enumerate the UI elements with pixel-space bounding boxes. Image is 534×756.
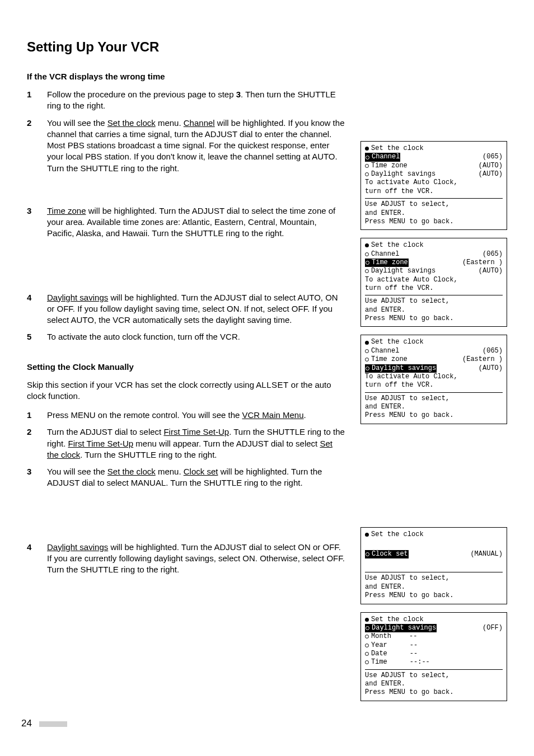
text: Skip this section if your VCR has set th… bbox=[27, 380, 261, 389]
osd-text: turn off the VCR. bbox=[365, 187, 503, 196]
osd-item-value: -- bbox=[409, 632, 417, 641]
osd-screen-manual-fields: Set the clock Daylight savings(OFF) Mont… bbox=[360, 612, 507, 701]
osd-item-value: (AUTO) bbox=[479, 170, 503, 179]
open-circle-icon bbox=[366, 261, 369, 265]
page-title: Setting Up Your VCR bbox=[27, 39, 507, 55]
osd-item-label: Channel bbox=[372, 153, 400, 161]
content-columns: If the VCR displays the wrong time 1 Fol… bbox=[27, 72, 507, 709]
right-column: Set the clock Channel(065) Time zone(AUT… bbox=[360, 72, 507, 709]
osd-item-label: Month bbox=[371, 632, 391, 641]
step-number: 4 bbox=[27, 292, 37, 326]
step-body: Time zone will be highlighted. Turn the … bbox=[47, 205, 345, 240]
osd-help: Use ADJUST to select, bbox=[365, 395, 503, 403]
osd-help: Use ADJUST to select, bbox=[365, 574, 503, 583]
osd-item-label: Daylight savings bbox=[371, 170, 435, 179]
step-number: 3 bbox=[27, 466, 37, 489]
osd-screen-channel: Set the clock Channel(065) Time zone(AUT… bbox=[360, 141, 507, 230]
underline-text: First Time Set-Up bbox=[68, 439, 134, 448]
bold-text: 3 bbox=[236, 90, 241, 99]
open-circle-icon bbox=[365, 172, 369, 176]
underline-text: Clock set bbox=[184, 467, 218, 476]
step-body: Daylight savings will be highlighted. Tu… bbox=[47, 292, 345, 326]
osd-title: Set the clock bbox=[371, 338, 424, 346]
filled-circle-icon bbox=[365, 243, 369, 247]
step-1: 1 Follow the procedure on the previous p… bbox=[27, 89, 345, 112]
osd-item-label: Year bbox=[371, 641, 387, 650]
osd-item-value: (Eastern ) bbox=[462, 259, 503, 267]
open-circle-icon bbox=[366, 552, 369, 556]
osd-text: To activate Auto Clock, bbox=[365, 276, 503, 284]
osd-help: Press MENU to go back. bbox=[365, 218, 503, 226]
osd-item-label: Time bbox=[371, 658, 387, 666]
step-body: Follow the procedure on the previous pag… bbox=[47, 89, 345, 112]
step-body: Turn the ADJUST dial to select First Tim… bbox=[47, 426, 345, 461]
osd-item-value: (OFF) bbox=[483, 624, 503, 632]
manual-page: Setting Up Your VCR If the VCR displays … bbox=[0, 0, 534, 756]
text: menu will appear. Turn the ADJUST dial t… bbox=[133, 439, 320, 448]
text: Press MENU on the remote control. You wi… bbox=[47, 410, 242, 420]
text: Turn the ADJUST dial to select bbox=[47, 427, 163, 436]
osd-screen-clockset: Set the clock Clock set(MANUAL) Use ADJU… bbox=[360, 527, 507, 604]
text: . bbox=[304, 410, 306, 420]
osd-item-value: (AUTO) bbox=[479, 267, 503, 275]
osd-item-label: Date bbox=[371, 650, 387, 658]
step-body: You will see the Set the clock menu. Cha… bbox=[47, 118, 345, 174]
underline-text: Channel bbox=[184, 118, 215, 128]
osd-item-label: Channel bbox=[371, 250, 399, 259]
osd-item-value: (065) bbox=[483, 153, 503, 161]
osd-item-value: -- bbox=[410, 641, 418, 650]
step-number: 2 bbox=[27, 118, 37, 174]
open-circle-icon bbox=[365, 349, 369, 353]
underline-text: Set the clock bbox=[107, 118, 156, 128]
osd-item-label: Channel bbox=[371, 347, 399, 355]
osd-help: Press MENU to go back. bbox=[365, 314, 503, 323]
osd-item-value: (Eastern ) bbox=[462, 355, 503, 364]
osd-help: and ENTER. bbox=[365, 680, 503, 688]
osd-help: Press MENU to go back. bbox=[365, 688, 503, 697]
underline-text: Set the clock bbox=[107, 467, 156, 476]
step-body: You will see the Set the clock menu. Clo… bbox=[47, 466, 345, 489]
filled-circle-icon bbox=[365, 533, 369, 537]
osd-help: Use ADJUST to select, bbox=[365, 672, 503, 680]
smallcaps-text: LLSET bbox=[261, 380, 288, 389]
text: . Turn the SHUTTLE ring to the right. bbox=[80, 450, 217, 459]
step-3: 3 Time zone will be highlighted. Turn th… bbox=[27, 205, 345, 240]
underline-text: Daylight savings bbox=[47, 293, 108, 302]
open-circle-icon bbox=[366, 156, 369, 159]
step-number: 1 bbox=[27, 410, 37, 421]
section-heading: Setting the Clock Manually bbox=[27, 362, 345, 372]
filled-circle-icon bbox=[365, 147, 369, 151]
manual-step-3: 3 You will see the Set the clock menu. C… bbox=[27, 466, 345, 489]
step-number: 5 bbox=[27, 331, 37, 342]
step-4: 4 Daylight savings will be highlighted. … bbox=[27, 292, 345, 326]
underline-text: VCR Main Menu bbox=[242, 410, 304, 420]
step-number: 2 bbox=[27, 426, 37, 461]
osd-item-value: (AUTO) bbox=[479, 162, 503, 170]
open-circle-icon bbox=[365, 635, 369, 638]
osd-title: Set the clock bbox=[371, 241, 424, 250]
open-circle-icon bbox=[366, 367, 369, 370]
osd-help: Use ADJUST to select, bbox=[365, 297, 503, 306]
open-circle-icon bbox=[365, 269, 369, 273]
open-circle-icon bbox=[365, 660, 369, 664]
page-number: 24 bbox=[21, 718, 32, 729]
underline-text: Daylight savings bbox=[47, 542, 108, 552]
osd-help: Press MENU to go back. bbox=[365, 411, 503, 420]
osd-text: To activate Auto Clock, bbox=[365, 373, 503, 381]
osd-item-value: -- bbox=[410, 650, 418, 658]
osd-help: Press MENU to go back. bbox=[365, 591, 503, 600]
open-circle-icon bbox=[365, 358, 369, 361]
osd-help: and ENTER. bbox=[365, 306, 503, 314]
osd-item-value: (AUTO) bbox=[479, 364, 503, 373]
osd-title: Set the clock bbox=[371, 144, 424, 153]
osd-text: turn off the VCR. bbox=[365, 284, 503, 293]
osd-help: Use ADJUST to select, bbox=[365, 200, 503, 209]
osd-screen-dst: Set the clock Channel(065) Time zone(Eas… bbox=[360, 335, 507, 424]
filled-circle-icon bbox=[365, 341, 369, 345]
open-circle-icon bbox=[365, 164, 369, 168]
underline-text: First Time Set-Up bbox=[163, 427, 229, 436]
filled-circle-icon bbox=[365, 618, 369, 622]
osd-help: and ENTER. bbox=[365, 209, 503, 218]
osd-item-value: --:-- bbox=[410, 658, 430, 666]
osd-item-label: Daylight savings bbox=[371, 267, 435, 275]
